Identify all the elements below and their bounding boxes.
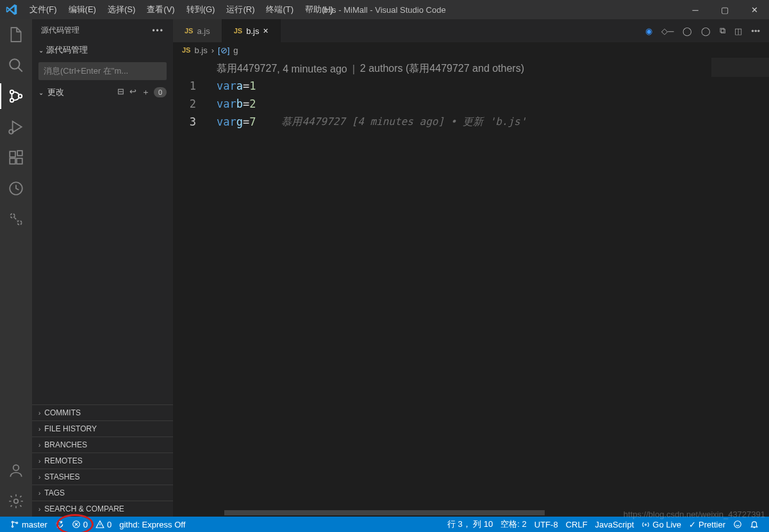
tab-bar: JS a.js JS b.js × ◉ ◇─ ◯ ◯ ⧉ ◫ •••: [173, 19, 769, 42]
tab-label: a.js: [197, 26, 210, 36]
section-tags[interactable]: ›TAGS: [32, 485, 173, 501]
svg-point-1: [10, 90, 13, 94]
svg-rect-8: [17, 151, 22, 156]
menu-terminal[interactable]: 终端(T): [261, 1, 299, 18]
feedback-icon: [733, 520, 742, 529]
sidebar-title: 源代码管理: [41, 25, 79, 36]
variable-icon: [⊘]: [218, 46, 229, 55]
svg-rect-6: [10, 158, 15, 164]
activity-bar: [0, 19, 32, 517]
tab-a-js[interactable]: JS a.js: [173, 19, 222, 42]
status-language[interactable]: JavaScript: [591, 520, 638, 529]
commit-message-input[interactable]: 消息(Ctrl+Enter 在"m...: [38, 62, 167, 80]
sidebar-header: 源代码管理 •••: [32, 19, 173, 42]
code-line[interactable]: var b = 2: [208, 95, 769, 113]
history-next-icon[interactable]: ◯: [701, 26, 711, 36]
status-prettier[interactable]: ✓Prettier: [685, 520, 729, 529]
status-branch[interactable]: master: [6, 520, 51, 529]
status-sync[interactable]: [51, 520, 68, 529]
explorer-icon[interactable]: [7, 26, 25, 44]
status-warnings[interactable]: 0: [92, 520, 115, 529]
close-button[interactable]: ✕: [740, 0, 769, 19]
code-line[interactable]: var a = 1: [208, 77, 769, 95]
section-search-compare[interactable]: ›SEARCH & COMPARE: [32, 501, 173, 517]
svg-point-19: [734, 521, 741, 528]
svg-point-0: [10, 59, 19, 69]
more-actions-icon[interactable]: •••: [751, 26, 760, 36]
section-commits[interactable]: ›COMMITS: [32, 404, 173, 420]
svg-rect-5: [10, 151, 15, 157]
status-cursor[interactable]: 行 3， 列 10: [443, 519, 497, 530]
menu-go[interactable]: 转到(G): [181, 1, 220, 18]
tree-toggle-icon[interactable]: ⊟: [117, 87, 124, 98]
svg-point-11: [17, 220, 21, 225]
breadcrumb[interactable]: JS b.js › [⊘] g: [173, 42, 769, 58]
search-icon[interactable]: [7, 56, 25, 74]
split-editor-icon[interactable]: ◫: [734, 26, 742, 36]
section-file-history[interactable]: ›FILE HISTORY: [32, 420, 173, 436]
gitlens-sections: ›COMMITS ›FILE HISTORY ›BRANCHES ›REMOTE…: [32, 404, 173, 517]
diff-icon[interactable]: ⧉: [720, 26, 725, 36]
settings-icon[interactable]: [7, 492, 25, 510]
remote-icon[interactable]: [7, 179, 25, 197]
bell-icon: [750, 520, 759, 529]
status-githd[interactable]: githd: Express Off: [115, 520, 189, 529]
window-controls: ─ ▢ ✕: [681, 0, 769, 19]
menu-run[interactable]: 运行(R): [221, 1, 260, 18]
source-control-icon[interactable]: [7, 87, 25, 105]
sidebar: 源代码管理 ••• ⌄ 源代码管理 消息(Ctrl+Enter 在"m... ⌄…: [32, 19, 173, 517]
js-icon: JS: [182, 46, 190, 54]
compare-icon[interactable]: ◇─: [661, 26, 674, 36]
status-spaces[interactable]: 空格: 2: [497, 519, 530, 530]
maximize-button[interactable]: ▢: [710, 0, 740, 19]
menu-selection[interactable]: 选择(S): [103, 1, 140, 18]
status-eol[interactable]: CRLF: [562, 520, 591, 529]
minimize-button[interactable]: ─: [681, 0, 710, 19]
status-notifications[interactable]: [746, 520, 763, 529]
breadcrumb-symbol[interactable]: g: [233, 46, 238, 55]
chevron-down-icon: ⌄: [38, 89, 44, 96]
section-stashes[interactable]: ›STASHES: [32, 469, 173, 485]
gitlens-icon[interactable]: [7, 210, 25, 228]
status-errors[interactable]: 0: [68, 520, 92, 529]
stash-icon[interactable]: ↩: [129, 87, 136, 98]
close-icon[interactable]: ×: [263, 26, 268, 35]
tab-label: b.js: [246, 26, 259, 36]
history-prev-icon[interactable]: ◯: [682, 26, 692, 36]
status-feedback[interactable]: [729, 520, 746, 529]
changes-header[interactable]: ⌄ 更改 ⊟ ↩ ＋ 0: [32, 84, 173, 101]
changes-count: 0: [154, 87, 167, 97]
section-branches[interactable]: ›BRANCHES: [32, 436, 173, 453]
svg-point-2: [10, 99, 13, 102]
tab-b-js[interactable]: JS b.js ×: [222, 19, 281, 42]
title-bar: 文件(F) 编辑(E) 选择(S) 查看(V) 转到(G) 运行(R) 终端(T…: [0, 0, 769, 19]
svg-point-12: [13, 465, 19, 470]
horizontal-scrollbar[interactable]: [173, 509, 769, 517]
menu-view[interactable]: 查看(V): [142, 1, 179, 18]
svg-rect-7: [17, 158, 22, 164]
status-encoding[interactable]: UTF-8: [531, 520, 562, 529]
scrollbar-thumb[interactable]: [224, 510, 545, 515]
js-icon: JS: [185, 27, 193, 35]
inline-blame: 慕用4479727 [4 minutes ago] • 更新 'b.js': [281, 115, 526, 129]
minimap-thumb[interactable]: [711, 58, 769, 77]
status-golive[interactable]: Go Live: [638, 520, 685, 529]
sidebar-more-icon[interactable]: •••: [152, 26, 164, 35]
menu-file[interactable]: 文件(F): [24, 1, 62, 18]
code-content[interactable]: 慕用4479727, 4 minutes ago | 2 authors (慕用…: [208, 58, 769, 509]
code-editor[interactable]: 1 2 3 慕用4479727, 4 minutes ago | 2 autho…: [173, 58, 769, 509]
section-remotes[interactable]: ›REMOTES: [32, 453, 173, 469]
vscode-logo-icon: [5, 3, 18, 16]
gitlens-toggle-icon[interactable]: ◉: [645, 26, 652, 36]
editor-area: JS a.js JS b.js × ◉ ◇─ ◯ ◯ ⧉ ◫ ••• JS b.…: [173, 19, 769, 517]
warning-icon: [95, 520, 104, 529]
extensions-icon[interactable]: [7, 149, 25, 167]
stage-all-icon[interactable]: ＋: [142, 87, 150, 98]
breadcrumb-file[interactable]: b.js: [194, 46, 207, 55]
debug-icon[interactable]: [7, 118, 25, 136]
scm-repo-header[interactable]: ⌄ 源代码管理: [32, 42, 173, 58]
menu-edit[interactable]: 编辑(E): [63, 1, 101, 18]
code-line[interactable]: var g = 7慕用4479727 [4 minutes ago] • 更新 …: [208, 113, 769, 131]
minimap[interactable]: [711, 58, 769, 509]
account-icon[interactable]: [7, 461, 25, 479]
